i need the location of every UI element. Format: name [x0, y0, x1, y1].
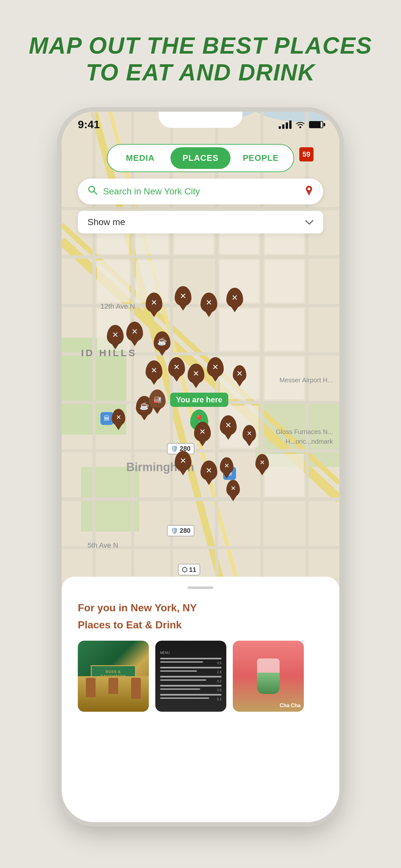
sheet-handle: [188, 586, 213, 589]
status-icons: [279, 120, 323, 129]
map-pin-2[interactable]: ✕: [175, 286, 191, 306]
location-pin-icon: [305, 185, 313, 198]
svg-rect-36: [265, 357, 304, 399]
map-pin-9[interactable]: ✕: [188, 364, 204, 383]
svg-line-40: [94, 191, 97, 194]
svg-rect-34: [265, 309, 304, 351]
map-pin-20[interactable]: ✕: [255, 454, 269, 471]
tab-places[interactable]: PLACES: [171, 147, 231, 169]
map-pin-11[interactable]: ✕: [233, 365, 246, 382]
map-pin-7[interactable]: ✕: [146, 361, 162, 380]
map-pin-18[interactable]: ✕: [220, 457, 234, 474]
chevron-down-icon: [305, 217, 313, 227]
map-pin-12[interactable]: ✕: [112, 409, 125, 426]
show-me-dropdown[interactable]: Show me: [78, 211, 323, 234]
map-pin-10[interactable]: ✕: [207, 357, 224, 377]
tab-bar: MEDIA PLACES PEOPLE: [107, 144, 294, 172]
road-badge-280-2: 🛡️ 280: [167, 525, 194, 536]
tab-media[interactable]: MEDIA: [110, 147, 171, 169]
for-you-section: For you in New York, NY Places to Eat & …: [78, 602, 323, 712]
place-card-russ[interactable]: RUSS & DAUGHTERS APPETIZERS: [78, 641, 149, 712]
search-placeholder: Search in New York City: [103, 186, 299, 197]
map-pin-3[interactable]: ✕: [201, 292, 217, 313]
svg-marker-42: [306, 190, 312, 196]
phone-frame: 9:41: [62, 112, 339, 822]
wifi-icon: [296, 121, 305, 128]
svg-rect-38: [265, 454, 304, 496]
map-pin-8[interactable]: ✕: [168, 357, 185, 377]
map-pin-13[interactable]: ✕: [194, 422, 211, 442]
map-pin-6[interactable]: ✕: [126, 321, 143, 342]
search-bar[interactable]: Search in New York City: [78, 179, 323, 205]
place-card-menu[interactable]: MENU 3.5 2.8: [155, 641, 226, 712]
tab-people[interactable]: PEOPLE: [230, 147, 291, 169]
map-pin-4[interactable]: ✕: [226, 288, 243, 308]
for-you-title: For you in New York, NY: [78, 602, 323, 614]
svg-rect-28: [97, 260, 129, 302]
battery-icon: [309, 121, 323, 128]
map-pin-15[interactable]: ✕: [243, 425, 256, 442]
map-pin-5[interactable]: ✕: [107, 325, 124, 345]
place-card-drink[interactable]: Cha Cha: [233, 641, 304, 712]
map-pin-coffee-3[interactable]: 🏭: [149, 390, 166, 409]
bottom-sheet: For you in New York, NY Places to Eat & …: [62, 577, 339, 822]
map-pin-16[interactable]: ✕: [175, 451, 191, 471]
svg-point-43: [308, 188, 310, 190]
signal-icon: [279, 120, 291, 129]
map-pin-14[interactable]: ✕: [220, 415, 237, 435]
page-headline: MAP OUT THE BEST PLACES TO EAT AND DRINK: [9, 32, 391, 86]
map-pin-coffee-1[interactable]: ☕: [154, 331, 171, 351]
svg-rect-33: [220, 309, 258, 351]
svg-rect-31: [265, 260, 304, 302]
status-bar: 9:41: [62, 112, 339, 137]
show-me-label: Show me: [88, 217, 125, 227]
places-cards: RUSS & DAUGHTERS APPETIZERS: [78, 641, 323, 712]
map-pin-17[interactable]: ✕: [201, 461, 217, 480]
nav-overlay: MEDIA PLACES PEOPLE Search in New York C…: [62, 137, 339, 234]
search-icon: [88, 185, 98, 198]
map-pin-1[interactable]: ✕: [146, 292, 162, 313]
building-icon-1: 🏛: [100, 412, 113, 425]
svg-point-0: [299, 126, 301, 128]
status-time: 9:41: [78, 118, 100, 131]
road-badge-11: ⬡ 11: [178, 564, 200, 576]
map-pin-19[interactable]: ✕: [226, 480, 240, 497]
places-title: Places to Eat & Drink: [78, 619, 323, 631]
